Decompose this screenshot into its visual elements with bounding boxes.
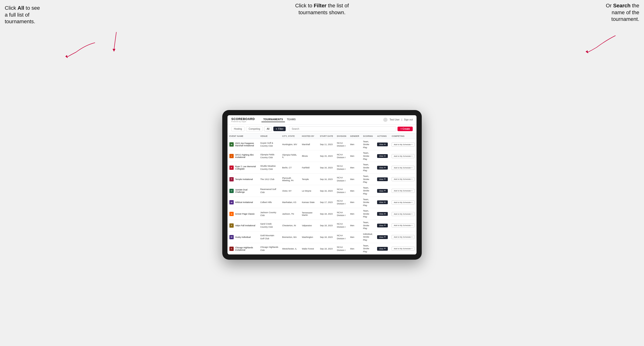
nav-tabs: TOURNAMENTS TEAMS [262, 117, 298, 122]
team-logo: V [230, 223, 234, 228]
city-state-cell: Manhattan, KS [280, 197, 300, 208]
view-button[interactable]: View 👁 [377, 224, 388, 227]
add-to-schedule-button[interactable]: Add to My Schedule + [392, 200, 414, 204]
event-name-cell: V Valpo Fall Invitational [230, 223, 256, 228]
tablet-screen: SCOREBOARD Powered by clippd TOURNAMENTS… [228, 115, 416, 255]
view-button[interactable]: View 👁 [377, 166, 388, 170]
table-row: F Ryan T. Lee Memorial Collegiate Shuttl… [228, 162, 416, 173]
division-cell: NCAADivision I [335, 150, 348, 162]
event-name-text: OFCC Fighting Illini Invitational [235, 154, 256, 159]
event-name-text: Valpo Fall Invitational [235, 224, 255, 227]
event-name-cell: M 2023 Joe Feaganes Marshall Invitationa… [230, 142, 256, 147]
svg-marker-0 [65, 55, 68, 58]
actions-cell: View 👁 [375, 185, 390, 197]
view-button[interactable]: View 👁 [377, 143, 388, 146]
view-button[interactable]: View 👁 [377, 177, 388, 181]
event-name-text: Temple Invitational [235, 178, 253, 180]
svg-marker-1 [112, 49, 116, 52]
view-button[interactable]: View 👁 [377, 212, 388, 216]
venue-cell: Ravenwood Golf Club [258, 185, 280, 197]
hosted-by-cell: Le Moyne [300, 185, 318, 197]
event-name-text: Husky Individual [235, 236, 251, 238]
division-cell: NCAADivision I [335, 231, 348, 243]
view-button[interactable]: View 👁 [377, 189, 388, 193]
city-state-cell: Chesterton, IN [280, 220, 300, 231]
actions-cell: View 👁 [375, 162, 390, 173]
view-button[interactable]: View 👁 [377, 200, 388, 204]
view-button[interactable]: View 👁 [377, 235, 388, 239]
add-to-schedule-button[interactable]: Add to My Schedule + [392, 247, 414, 251]
competing-cell: Add to My Schedule + [390, 139, 416, 150]
sign-out-link[interactable]: Sign out [404, 118, 413, 121]
create-button[interactable]: + Create [398, 127, 413, 131]
col-actions: ACTIONS [375, 134, 390, 139]
tablet-frame: SCOREBOARD Powered by clippd TOURNAMENTS… [222, 110, 422, 260]
hosted-by-cell: Temple [300, 173, 318, 185]
division-cell: NCAADivision I [335, 173, 348, 185]
start-date-cell: Sep 17, 2023 [318, 197, 335, 208]
city-state-cell: Jackson, TN [280, 208, 300, 220]
filter-label: Filter [278, 128, 283, 130]
view-button[interactable]: View 👁 [377, 247, 388, 251]
add-to-schedule-button[interactable]: Add to My Schedule + [392, 235, 414, 239]
add-to-schedule-button[interactable]: Add to My Schedule + [392, 166, 414, 170]
nav-tab-teams[interactable]: TEAMS [285, 117, 298, 122]
event-name-text: Ryan T. Lee Memorial Collegiate [235, 165, 256, 170]
competing-cell: Add to My Schedule + [390, 197, 416, 208]
city-state-cell: Huntington, WV [280, 139, 300, 150]
actions-cell: View 👁 [375, 220, 390, 231]
table-row: M 2023 Joe Feaganes Marshall Invitationa… [228, 139, 416, 150]
hosted-by-cell: Illinois [300, 150, 318, 162]
tab-all[interactable]: All [264, 126, 272, 131]
gender-cell: Men [348, 150, 361, 162]
eye-icon: 👁 [384, 178, 386, 180]
add-to-schedule-button[interactable]: Add to My Schedule + [392, 189, 414, 193]
add-to-schedule-button[interactable]: Add to My Schedule + [392, 212, 414, 216]
venue-cell: Olympia Fields Country Club [258, 150, 280, 162]
start-date-cell: Sep 16, 2023 [318, 185, 335, 197]
annotation-top-left: Click All to seea full list oftournament… [5, 5, 40, 25]
add-to-schedule-button[interactable]: Add to My Schedule + [392, 143, 414, 147]
gender-cell: Men [348, 139, 361, 150]
event-name-cell: F Ryan T. Lee Memorial Collegiate [230, 165, 256, 170]
competing-cell: Add to My Schedule + [390, 220, 416, 231]
table-row: I OFCC Fighting Illini Invitational Olym… [228, 150, 416, 162]
eye-icon: 👁 [384, 190, 386, 192]
city-state-cell: Plymouth Meeting, PA [280, 173, 300, 185]
add-to-schedule-button[interactable]: Add to My Schedule + [392, 223, 414, 227]
team-logo: C [230, 247, 234, 251]
col-scoring: SCORING [361, 134, 375, 139]
view-button[interactable]: View 👁 [377, 154, 388, 158]
venue-cell: Colbert Hills [258, 197, 280, 208]
event-name-text: Grover Page Classic [235, 213, 255, 215]
add-to-schedule-button[interactable]: Add to My Schedule + [392, 154, 414, 158]
filter-button[interactable]: ≡ Filter [273, 127, 286, 131]
search-input[interactable] [289, 126, 396, 131]
logo-sub: Powered by clippd [231, 121, 255, 122]
division-cell: NCAADivision I [335, 208, 348, 220]
scoring-cell: Team,Stroke Play [361, 150, 375, 162]
tab-competing[interactable]: Competing [246, 126, 263, 131]
add-to-schedule-button[interactable]: Add to My Schedule + [392, 177, 414, 181]
team-logo: T [230, 177, 234, 181]
hosted-by-cell: Washington [300, 231, 318, 243]
tab-hosting[interactable]: Hosting [231, 126, 244, 131]
team-logo: W [230, 235, 234, 239]
start-date-cell: Sep 11, 2023 [318, 139, 335, 150]
scoring-cell: Team,Stroke Play [361, 162, 375, 173]
venue-cell: Gold Mountain Golf Club [258, 231, 280, 243]
actions-cell: View 👁 [375, 197, 390, 208]
scoring-cell: Team,Stroke Play [361, 208, 375, 220]
division-cell: NCAADivision I [335, 197, 348, 208]
venue-cell: Guyan Golf & Country Club [258, 139, 280, 150]
table-row: W Husky Individual Gold Mountain Golf Cl… [228, 231, 416, 243]
actions-cell: View 👁 [375, 173, 390, 185]
col-division: DIVISION [335, 134, 348, 139]
city-state-cell: Westchester, IL [280, 243, 300, 254]
city-state-cell: Olympia Fields, IL [280, 150, 300, 162]
table-row: G Grover Page Classic Jackson Country Cl… [228, 208, 416, 220]
hosted-by-cell: Valparaiso [300, 220, 318, 231]
nav-tab-tournaments[interactable]: TOURNAMENTS [262, 117, 285, 122]
gender-cell: Men [348, 162, 361, 173]
logo-text: SCOREBOARD [231, 117, 255, 121]
